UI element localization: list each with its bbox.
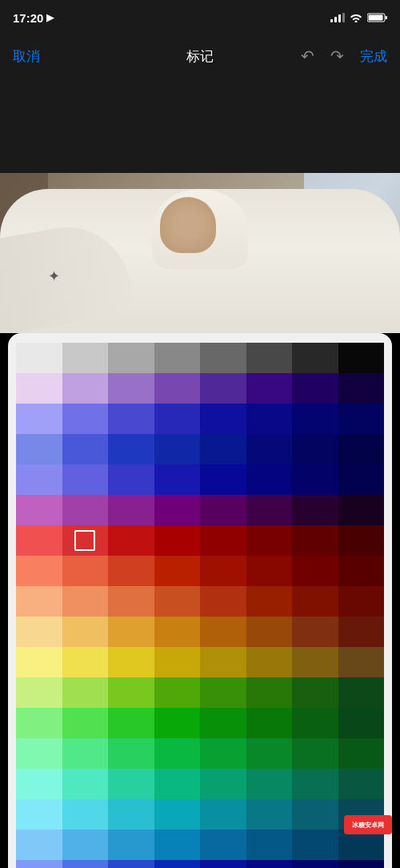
color-cell[interactable] xyxy=(16,647,62,677)
color-cell[interactable] xyxy=(338,860,385,868)
color-cell[interactable] xyxy=(154,404,201,434)
color-cell[interactable] xyxy=(246,860,293,868)
color-cell[interactable] xyxy=(62,404,109,434)
color-cell[interactable] xyxy=(246,556,293,586)
color-cell[interactable] xyxy=(62,586,109,617)
color-cell[interactable] xyxy=(292,373,338,404)
color-cell[interactable] xyxy=(154,495,201,525)
color-cell[interactable] xyxy=(154,617,201,647)
color-cell[interactable] xyxy=(292,769,338,799)
color-cell[interactable] xyxy=(16,404,62,434)
color-cell[interactable] xyxy=(246,525,293,556)
color-cell[interactable] xyxy=(16,738,62,769)
color-cell[interactable] xyxy=(292,677,338,708)
color-cell[interactable] xyxy=(246,799,293,830)
color-cell[interactable] xyxy=(200,799,246,830)
color-cell[interactable] xyxy=(292,860,338,868)
color-cell[interactable] xyxy=(200,434,246,464)
color-cell[interactable] xyxy=(62,769,109,799)
color-cell[interactable] xyxy=(292,647,338,677)
color-cell[interactable] xyxy=(108,799,154,830)
color-cell[interactable] xyxy=(292,586,338,617)
color-cell[interactable] xyxy=(292,404,338,434)
color-cell[interactable] xyxy=(154,799,201,830)
color-cell[interactable] xyxy=(200,525,246,556)
color-cell[interactable] xyxy=(62,677,109,708)
color-cell[interactable] xyxy=(108,860,154,868)
color-cell[interactable] xyxy=(200,769,246,799)
color-cell[interactable] xyxy=(154,830,201,860)
color-cell[interactable] xyxy=(154,647,201,677)
color-cell[interactable] xyxy=(338,343,385,373)
color-cell[interactable] xyxy=(16,799,62,830)
color-cell[interactable] xyxy=(338,708,385,738)
color-cell[interactable] xyxy=(154,860,201,868)
color-cell[interactable] xyxy=(246,404,293,434)
color-cell[interactable] xyxy=(200,860,246,868)
color-cell[interactable] xyxy=(16,677,62,708)
done-button[interactable]: 完成 xyxy=(360,47,387,66)
color-cell[interactable] xyxy=(16,434,62,464)
color-cell[interactable] xyxy=(200,738,246,769)
undo-button[interactable]: ↶ xyxy=(301,46,314,66)
color-cell[interactable] xyxy=(246,677,293,708)
color-cell[interactable] xyxy=(154,343,201,373)
color-cell[interactable] xyxy=(62,708,109,738)
color-cell[interactable] xyxy=(246,617,293,647)
redo-button[interactable]: ↷ xyxy=(330,46,344,66)
color-cell[interactable] xyxy=(108,343,154,373)
color-cell[interactable] xyxy=(338,677,385,708)
color-cell[interactable] xyxy=(154,677,201,708)
color-cell[interactable] xyxy=(292,738,338,769)
color-cell[interactable] xyxy=(16,830,62,860)
color-cell[interactable] xyxy=(292,556,338,586)
color-cell[interactable] xyxy=(16,556,62,586)
color-cell[interactable] xyxy=(16,525,62,556)
color-cell[interactable] xyxy=(108,769,154,799)
color-cell[interactable] xyxy=(338,647,385,677)
color-cell[interactable] xyxy=(200,617,246,647)
color-cell[interactable] xyxy=(108,738,154,769)
color-cell[interactable] xyxy=(246,495,293,525)
color-cell[interactable] xyxy=(200,556,246,586)
color-cell[interactable] xyxy=(200,647,246,677)
color-cell[interactable] xyxy=(16,708,62,738)
color-cell[interactable] xyxy=(200,708,246,738)
color-cell[interactable] xyxy=(154,708,201,738)
color-cell[interactable] xyxy=(292,525,338,556)
color-cell[interactable] xyxy=(62,647,109,677)
color-cell[interactable] xyxy=(62,434,109,464)
color-cell[interactable] xyxy=(108,464,154,495)
color-cell[interactable] xyxy=(108,556,154,586)
color-cell[interactable] xyxy=(62,738,109,769)
color-cell[interactable] xyxy=(338,556,385,586)
color-cell[interactable] xyxy=(246,647,293,677)
color-cell[interactable] xyxy=(108,708,154,738)
color-cell[interactable] xyxy=(338,617,385,647)
color-cell[interactable] xyxy=(338,495,385,525)
color-cell[interactable] xyxy=(200,830,246,860)
color-cell[interactable] xyxy=(292,495,338,525)
color-cell[interactable] xyxy=(16,769,62,799)
color-cell[interactable] xyxy=(246,830,293,860)
color-cell[interactable] xyxy=(200,495,246,525)
color-cell[interactable] xyxy=(62,464,109,495)
color-cell[interactable] xyxy=(108,647,154,677)
color-cell[interactable] xyxy=(338,586,385,617)
color-cell[interactable] xyxy=(338,769,385,799)
color-cell[interactable] xyxy=(292,799,338,830)
color-cell[interactable] xyxy=(16,586,62,617)
color-cell[interactable] xyxy=(108,373,154,404)
color-cell[interactable] xyxy=(62,525,109,556)
color-cell[interactable] xyxy=(154,434,201,464)
color-cell[interactable] xyxy=(108,617,154,647)
color-cell[interactable] xyxy=(108,525,154,556)
color-cell[interactable] xyxy=(154,556,201,586)
color-cell[interactable] xyxy=(108,677,154,708)
color-cell[interactable] xyxy=(200,677,246,708)
color-cell[interactable] xyxy=(338,738,385,769)
color-cell[interactable] xyxy=(108,495,154,525)
color-cell[interactable] xyxy=(154,586,201,617)
color-cell[interactable] xyxy=(338,373,385,404)
color-cell[interactable] xyxy=(154,525,201,556)
